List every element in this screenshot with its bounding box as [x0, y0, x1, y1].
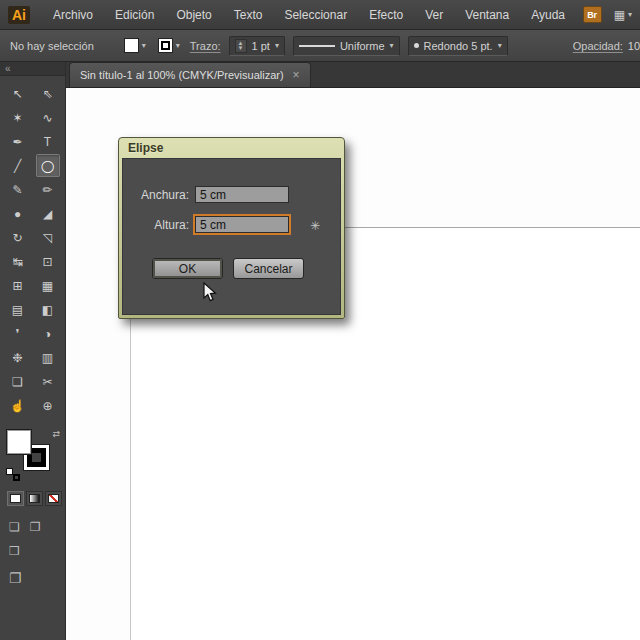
artboard-tool[interactable]: ❏	[6, 370, 30, 393]
menu-item-edicion[interactable]: Edición	[104, 8, 165, 22]
stroke-weight-combo[interactable]: ▲ ▼ 1 pt ▾	[229, 36, 285, 56]
blob-brush-tool[interactable]: ●	[6, 202, 30, 225]
mesh-tool-icon: ▤	[12, 303, 23, 317]
lasso-tool[interactable]: ∿	[36, 106, 60, 129]
eyedropper-tool[interactable]: ❜	[6, 322, 30, 345]
stroke-profile-value: Uniforme	[340, 40, 385, 52]
gradient-tool[interactable]: ◧	[36, 298, 60, 321]
line-segment-tool[interactable]: ╱	[6, 154, 30, 177]
perspective-grid-tool-icon: ▦	[42, 279, 53, 293]
default-fill-stroke-icon[interactable]	[6, 468, 20, 481]
menu-item-ver[interactable]: Ver	[414, 8, 454, 22]
ok-button[interactable]: OK	[152, 258, 223, 279]
swap-fill-stroke-icon[interactable]: ⇄	[52, 429, 60, 439]
dialog-buttons: OK Cancelar	[123, 258, 340, 279]
menu-item-efecto[interactable]: Efecto	[358, 8, 414, 22]
draw-behind-mode-icon[interactable]: ❐	[30, 520, 41, 534]
brush-dropdown[interactable]: Redondo 5 pt. ▾	[408, 36, 508, 56]
selection-tool[interactable]: ↖	[6, 82, 30, 105]
opacity-panel-link[interactable]: Opacidad:	[573, 40, 623, 52]
stepper-icon[interactable]: ▲ ▼	[235, 39, 247, 53]
menu-item-ventana[interactable]: Ventana	[454, 8, 520, 22]
zoom-tool[interactable]: ⊕	[36, 394, 60, 417]
ellipse-tool[interactable]: ◯	[36, 154, 60, 177]
scale-tool[interactable]: ◹	[36, 226, 60, 249]
change-screen-mode-row: ❐	[9, 570, 65, 586]
chevron-down-icon: ▾	[390, 41, 394, 50]
width-tool[interactable]: ↹	[6, 250, 30, 273]
dialog-title: Elipse	[128, 141, 163, 155]
slice-tool-icon: ✂	[42, 375, 52, 389]
width-label: Anchura:	[123, 188, 189, 202]
cancel-button[interactable]: Cancelar	[233, 258, 304, 279]
type-tool[interactable]: T	[36, 130, 60, 153]
pencil-tool[interactable]: ✏	[36, 178, 60, 201]
eyedropper-tool-icon: ❜	[16, 327, 20, 341]
opacity-value: 100%	[628, 40, 640, 52]
stepper-down-icon[interactable]: ▼	[238, 46, 244, 51]
menu-item-texto[interactable]: Texto	[223, 8, 274, 22]
fill-swatch[interactable]	[6, 429, 32, 455]
screen-mode-icon[interactable]: ❒	[9, 544, 20, 558]
hand-tool-icon: ☝	[10, 399, 25, 413]
pen-tool[interactable]: ✒	[6, 130, 30, 153]
fill-color-dropdown[interactable]: ▾	[122, 36, 148, 55]
document-tab-title: Sin título-1 al 100% (CMYK/Previsualizar…	[80, 69, 284, 81]
menu-item-seleccionar[interactable]: Seleccionar	[273, 8, 358, 22]
paintbrush-tool[interactable]: ✎	[6, 178, 30, 201]
menu-bar-items: ArchivoEdiciónObjetoTextoSeleccionarEfec…	[42, 8, 576, 22]
rotate-tool-icon: ↻	[12, 231, 22, 245]
brush-sample-icon	[414, 43, 419, 48]
dialog-titlebar[interactable]: Elipse	[122, 138, 341, 158]
menu-item-objeto[interactable]: Objeto	[165, 8, 222, 22]
stroke-panel-link[interactable]: Trazo:	[190, 40, 221, 52]
stroke-profile-dropdown[interactable]: Uniforme ▾	[293, 36, 400, 56]
gradient-button[interactable]	[26, 491, 43, 506]
zoom-tool-icon: ⊕	[42, 399, 52, 413]
menu-item-ayuda[interactable]: Ayuda	[520, 8, 576, 22]
gradient-icon	[29, 494, 40, 503]
close-icon[interactable]: ×	[293, 69, 300, 81]
free-transform-tool-icon: ⊡	[42, 255, 52, 269]
width-input[interactable]	[195, 186, 289, 203]
collapse-double-arrow-icon: «	[5, 63, 11, 74]
blend-tool[interactable]: ◑	[36, 322, 60, 345]
mouse-cursor-icon	[203, 282, 219, 304]
brush-value: Redondo 5 pt.	[424, 40, 493, 52]
document-tab-strip: Sin título-1 al 100% (CMYK/Previsualizar…	[66, 62, 640, 88]
eraser-tool[interactable]: ◢	[36, 202, 60, 225]
tools-panel-collapse[interactable]: «	[0, 62, 65, 76]
stroke-color-dropdown[interactable]: ▾	[156, 36, 182, 55]
chevron-down-icon: ▾	[628, 10, 632, 19]
rotate-tool[interactable]: ↻	[6, 226, 30, 249]
shape-builder-tool[interactable]: ⊞	[6, 274, 30, 297]
constrain-proportions-icon[interactable]: ✳	[310, 219, 320, 233]
magic-wand-tool[interactable]: ✶	[6, 106, 30, 129]
bridge-button[interactable]: Br	[583, 6, 602, 23]
draw-normal-mode-icon[interactable]: ❏	[9, 520, 20, 534]
overlap-squares-icon[interactable]: ❐	[9, 570, 22, 586]
hand-tool[interactable]: ☝	[6, 394, 30, 417]
fill-swatch-icon	[124, 38, 139, 53]
perspective-grid-tool[interactable]: ▦	[36, 274, 60, 297]
document-tab[interactable]: Sin título-1 al 100% (CMYK/Previsualizar…	[69, 62, 311, 87]
work-area: « ↖⇖✶∿✒T╱◯✎✏●◢↻◹↹⊡⊞▦▤◧❜◑❉▥❏✂☝⊕ ⇄ ❏ ❐	[0, 62, 640, 640]
none-button[interactable]	[45, 491, 62, 506]
free-transform-tool[interactable]: ⊡	[36, 250, 60, 273]
symbol-sprayer-tool-icon: ❉	[12, 351, 22, 365]
slice-tool[interactable]: ✂	[36, 370, 60, 393]
artboard-tool-icon: ❏	[12, 375, 23, 389]
workspace-switcher-button[interactable]: ▦ ▾	[614, 8, 632, 22]
canvas[interactable]: Elipse Anchura: Altura: ✳ OK	[66, 88, 640, 640]
eraser-tool-icon: ◢	[43, 207, 52, 221]
height-input[interactable]	[195, 216, 289, 233]
color-button[interactable]	[7, 491, 24, 506]
symbol-sprayer-tool[interactable]: ❉	[6, 346, 30, 369]
gradient-tool-icon: ◧	[42, 303, 53, 317]
direct-selection-tool[interactable]: ⇖	[36, 82, 60, 105]
column-graph-tool[interactable]: ▥	[36, 346, 60, 369]
mesh-tool[interactable]: ▤	[6, 298, 30, 321]
chevron-down-icon: ▾	[275, 41, 279, 50]
none-slash-icon	[48, 494, 59, 503]
menu-item-archivo[interactable]: Archivo	[42, 8, 104, 22]
